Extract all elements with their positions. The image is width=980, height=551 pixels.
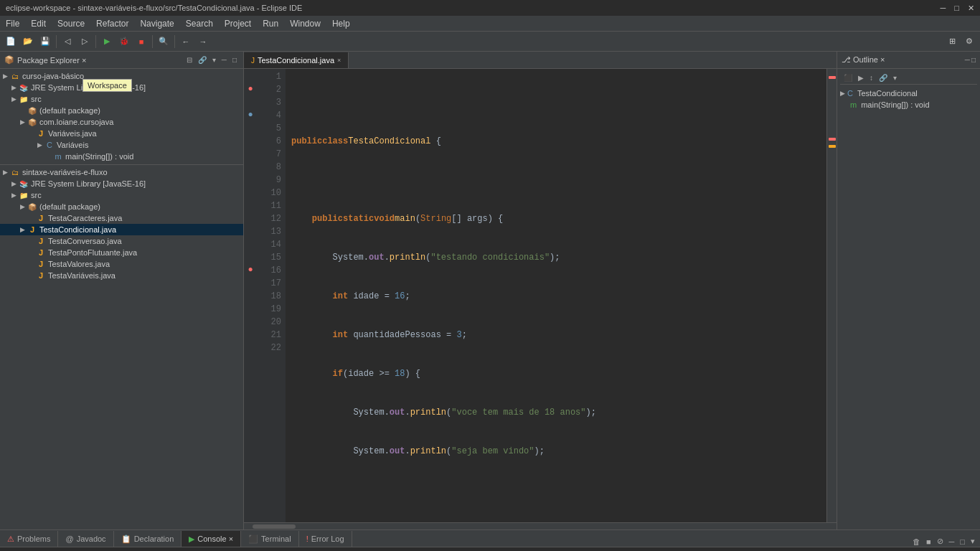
tb-run[interactable]: ▶: [99, 34, 115, 50]
tree-src2[interactable]: ▶ 📁 src: [0, 189, 243, 201]
tree-item-label: TestaCondicional.java: [39, 225, 116, 234]
gutter-line-4: ●: [244, 108, 257, 121]
console-stop-button[interactable]: ■: [924, 537, 933, 547]
menu-refactor[interactable]: Refactor: [90, 17, 134, 30]
tree-arrow: ▶: [3, 169, 10, 176]
outline-maximize[interactable]: □: [971, 56, 976, 64]
maximize-panel-button[interactable]: □: [230, 55, 239, 65]
tab-declaration[interactable]: 📋 Declaration: [114, 531, 182, 547]
tree-default-pkg1[interactable]: 📦 (default package): [0, 105, 243, 116]
tree-testacondicional[interactable]: ▶ J TestaCondicional.java: [0, 224, 243, 235]
close-button[interactable]: ✕: [968, 4, 974, 13]
java-file-icon: J: [36, 259, 46, 269]
tree-variaveis-class[interactable]: ▶ C Variáveis: [0, 139, 243, 151]
editor-panel: J TestaCondicional.java × ● ●: [244, 52, 837, 529]
menu-project[interactable]: Project: [219, 17, 257, 30]
tb-new[interactable]: 📄: [3, 34, 19, 50]
outline-tab[interactable]: ⎇ Outline ×: [842, 55, 885, 65]
tree-com-loiane[interactable]: ▶ 📦 com.loiane.cursojava: [0, 116, 243, 128]
tree-main-method[interactable]: m main(String[]) : void: [0, 151, 243, 162]
tree-jre2[interactable]: ▶ 📚 JRE System Library [JavaSE-16]: [0, 178, 243, 189]
menu-file[interactable]: File: [0, 17, 25, 30]
ln-21: 21: [257, 329, 281, 342]
link-editor-button[interactable]: 🔗: [196, 55, 209, 65]
tb-back[interactable]: ←: [178, 34, 194, 50]
tab-close-button[interactable]: ×: [337, 57, 341, 64]
menu-run[interactable]: Run: [257, 17, 284, 30]
maximize-button[interactable]: □: [954, 4, 959, 13]
bottom-maximize[interactable]: □: [958, 537, 967, 547]
code-line-3: [291, 174, 821, 187]
window-controls[interactable]: ─ □ ✕: [941, 4, 974, 13]
tb-search[interactable]: 🔍: [156, 34, 171, 50]
tb-sep1: [56, 35, 57, 48]
menu-search[interactable]: Search: [180, 17, 219, 30]
tab-console[interactable]: ▶ Console ×: [182, 531, 241, 547]
console-icon: ▶: [189, 534, 194, 544]
minimize-button[interactable]: ─: [941, 4, 946, 13]
tb-stop[interactable]: ■: [133, 34, 149, 50]
ln-9: 9: [257, 174, 281, 187]
outline-tb-btn5[interactable]: ▾: [891, 73, 899, 83]
bottom-view-menu[interactable]: ▾: [969, 536, 977, 547]
tb-forward[interactable]: →: [195, 34, 211, 50]
tb-open[interactable]: 📂: [20, 34, 36, 50]
tb-debug[interactable]: 🐞: [116, 34, 132, 50]
tb-prev[interactable]: ◁: [60, 34, 75, 50]
editor-tab-testacondicional[interactable]: J TestaCondicional.java ×: [244, 52, 349, 68]
menu-navigate[interactable]: Navigate: [134, 17, 179, 30]
editor-tabs: J TestaCondicional.java ×: [244, 52, 837, 69]
tree-testavariáveis[interactable]: J TestaVariáveis.java: [0, 270, 243, 281]
tree-testaponto[interactable]: J TestaPontoFlutuante.java: [0, 247, 243, 258]
menu-edit[interactable]: Edit: [25, 17, 52, 30]
tree-default-pkg2[interactable]: ▶ 📦 (default package): [0, 201, 243, 212]
tree-testaconversao[interactable]: J TestaConversao.java: [0, 235, 243, 247]
code-line-5: System.out.println("testando condicionai…: [291, 251, 821, 264]
menu-bar: File Edit Source Refactor Navigate Searc…: [0, 16, 980, 32]
breakpoint-icon: ●: [248, 109, 253, 119]
ln-15: 15: [257, 251, 281, 264]
javadoc-icon: @: [65, 534, 73, 543]
console-clear-button[interactable]: 🗑: [910, 537, 923, 547]
tree-testavalores[interactable]: J TestaValores.java: [0, 258, 243, 270]
gutter-line-14: [244, 237, 257, 250]
tab-errorlog[interactable]: ! Error Log: [299, 531, 352, 547]
tb-next[interactable]: ▷: [77, 34, 93, 50]
tb-save[interactable]: 💾: [37, 34, 53, 50]
menu-help[interactable]: Help: [326, 17, 356, 30]
outline-tb-btn1[interactable]: ⬛: [842, 73, 854, 83]
outline-class[interactable]: ▶ C TestaCondicional: [840, 88, 977, 99]
tree-testacaracteres[interactable]: J TestaCaracteres.java: [0, 212, 243, 224]
workspace-tooltip: Workspace: [83, 79, 132, 92]
tab-terminal[interactable]: ⬛ Terminal: [241, 531, 299, 547]
menu-window[interactable]: Window: [284, 17, 326, 30]
code-editor[interactable]: public class TestaCondicional { public s…: [286, 69, 826, 522]
collapse-all-button[interactable]: ⊟: [184, 55, 194, 65]
tree-project-sintaxe[interactable]: ▶ 🗂 sintaxe-variáveis-e-fluxo: [0, 166, 243, 178]
tb-perspective[interactable]: ⊞: [944, 34, 960, 50]
outline-panel: ⎇ Outline × ─ □ ⬛ ▶ ↕ 🔗 ▾ ▶ C TestaCondi…: [837, 52, 980, 529]
outline-tb-btn2[interactable]: ▶: [856, 73, 866, 83]
outline-method[interactable]: m main(String[]) : void: [840, 99, 977, 110]
bottom-minimize[interactable]: ─: [947, 537, 957, 547]
tree-src1[interactable]: ▶ 📁 src: [0, 93, 243, 105]
view-menu-button[interactable]: ▾: [210, 55, 218, 65]
tree-item-label: sintaxe-variáveis-e-fluxo: [22, 168, 108, 176]
bottom-tabs: ⚠ Problems @ Javadoc 📋 Declaration ▶ Con…: [0, 530, 980, 547]
console-disconnect[interactable]: ⊘: [935, 536, 946, 547]
tab-problems[interactable]: ⚠ Problems: [0, 531, 58, 547]
tb-settings[interactable]: ⚙: [961, 34, 977, 50]
outline-method-icon: m: [850, 100, 857, 109]
outline-minimize[interactable]: ─: [965, 56, 970, 64]
package-explorer-tab[interactable]: 📦 Package Explorer ×: [4, 55, 86, 65]
outline-tb-btn4[interactable]: 🔗: [877, 73, 890, 83]
tree-variaveis-java[interactable]: J Variáveis.java: [0, 128, 243, 139]
gutter-line-13: [244, 224, 257, 237]
h-scroll-thumb[interactable]: [253, 524, 296, 529]
minimize-panel-button[interactable]: ─: [220, 55, 229, 65]
tab-javadoc[interactable]: @ Javadoc: [58, 531, 113, 547]
editor-hscrollbar[interactable]: [244, 522, 837, 529]
menu-source[interactable]: Source: [52, 17, 90, 30]
outline-tb-btn3[interactable]: ↕: [867, 73, 875, 83]
tree-item-label: (default package): [39, 202, 100, 211]
